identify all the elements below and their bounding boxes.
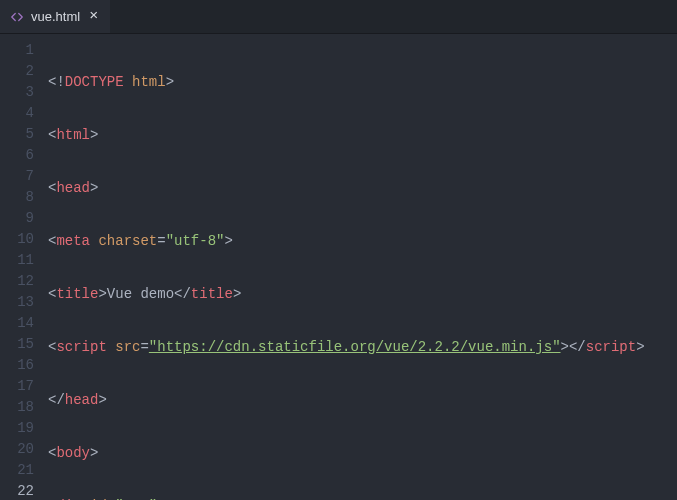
code-line: <!DOCTYPE html> — [48, 72, 677, 93]
line-number: 21 — [0, 460, 34, 481]
tab-bar: vue.html × — [0, 0, 677, 34]
line-number: 2 — [0, 61, 34, 82]
tab-vue-html[interactable]: vue.html × — [0, 0, 110, 33]
code-line: <head> — [48, 178, 677, 199]
code-line: <script src="https://cdn.staticfile.org/… — [48, 337, 677, 358]
line-number: 6 — [0, 145, 34, 166]
line-number: 13 — [0, 292, 34, 313]
line-number: 15 — [0, 334, 34, 355]
line-number: 12 — [0, 271, 34, 292]
line-number: 4 — [0, 103, 34, 124]
close-icon[interactable]: × — [87, 9, 100, 24]
line-number: 20 — [0, 439, 34, 460]
line-number: 18 — [0, 397, 34, 418]
line-number: 9 — [0, 208, 34, 229]
line-number: 19 — [0, 418, 34, 439]
code-line: </head> — [48, 390, 677, 411]
code-line: <div id="app"> — [48, 496, 677, 500]
line-number: 5 — [0, 124, 34, 145]
line-number-gutter: 1 2 3 4 5 6 7 8 9 10 11 12 13 14 15 16 1… — [0, 34, 48, 500]
line-number: 11 — [0, 250, 34, 271]
line-number: 3 — [0, 82, 34, 103]
line-number: 8 — [0, 187, 34, 208]
code-line: <title>Vue demo</title> — [48, 284, 677, 305]
tab-label: vue.html — [31, 9, 80, 24]
line-number: 17 — [0, 376, 34, 397]
line-number: 1 — [0, 40, 34, 61]
code-line: <meta charset="utf-8"> — [48, 231, 677, 252]
code-area[interactable]: <!DOCTYPE html> <html> <head> <meta char… — [48, 34, 677, 500]
line-number: 22 — [0, 481, 34, 500]
line-number: 10 — [0, 229, 34, 250]
editor[interactable]: 1 2 3 4 5 6 7 8 9 10 11 12 13 14 15 16 1… — [0, 34, 677, 500]
code-line: <body> — [48, 443, 677, 464]
line-number: 7 — [0, 166, 34, 187]
code-file-icon — [10, 10, 24, 24]
code-line: <html> — [48, 125, 677, 146]
line-number: 16 — [0, 355, 34, 376]
line-number: 14 — [0, 313, 34, 334]
